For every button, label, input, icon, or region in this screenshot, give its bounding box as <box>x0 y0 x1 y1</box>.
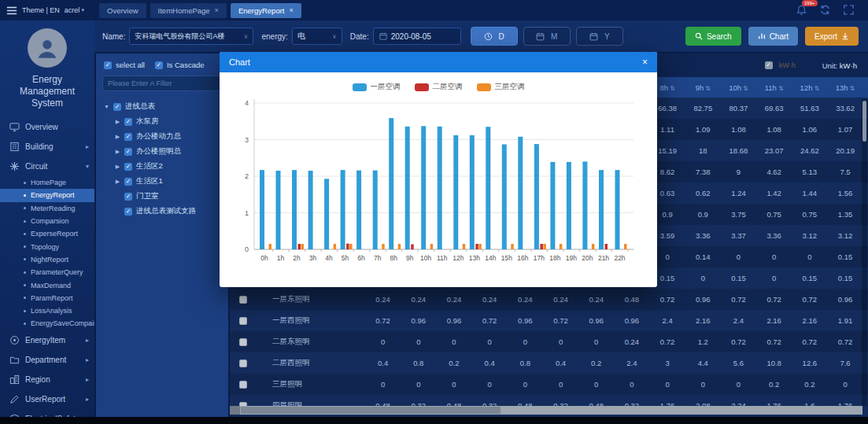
tab-close-icon[interactable]: × <box>215 6 219 14</box>
sidebar-item-building[interactable]: Building▸ <box>0 137 94 157</box>
sidebar-subitem-lossanalysis[interactable]: LossAnalysis <box>0 304 94 317</box>
period-button-m[interactable]: M <box>523 27 571 46</box>
sort-icon[interactable]: ⇅ <box>743 85 748 92</box>
sidebar-subitem-expersereport[interactable]: ExperseReport <box>0 227 94 240</box>
row-checkbox[interactable] <box>239 381 247 389</box>
tree-node-checkbox[interactable]: ✓ <box>124 133 132 141</box>
chevron-icon: ▸ <box>86 396 89 403</box>
select-all-checkbox[interactable]: ✓ <box>104 61 112 69</box>
horizontal-scrollbar[interactable] <box>230 406 862 415</box>
header-col-11h[interactable]: 11h⇅ <box>756 83 792 92</box>
tree-node-checkbox[interactable]: ✓ <box>124 163 132 171</box>
sort-icon[interactable]: ⇅ <box>670 85 675 92</box>
sidebar-item-energyitem[interactable]: EnergyItem▸ <box>0 330 94 350</box>
sidebar-subitem-maxdemand[interactable]: MaxDemand <box>0 278 94 291</box>
sort-icon[interactable]: ⇅ <box>814 85 819 92</box>
tab-energyreport[interactable]: EnergyReport× <box>231 3 301 18</box>
sidebar-subitem-energysavecompaire[interactable]: EnergySaveCompaire <box>0 317 94 330</box>
theme-language-toggle[interactable]: Theme | EN <box>22 6 60 14</box>
sidebar-item-overview[interactable]: Overview <box>0 117 94 137</box>
cell-11h: 0.72 <box>756 295 792 304</box>
row-checkbox[interactable] <box>239 317 247 325</box>
export-button[interactable]: Export <box>805 27 859 46</box>
tree-caret-icon[interactable]: ▶ <box>115 119 120 125</box>
tab-itemhomepage[interactable]: ItemHomePage× <box>150 3 227 18</box>
sidebar-subitem-parameterquery[interactable]: ParameterQuery <box>0 266 94 278</box>
tree-node-checkbox[interactable]: ✓ <box>124 178 132 186</box>
vertical-scrollbar-thumb[interactable] <box>862 101 866 142</box>
tree-node-child-0[interactable]: ▶✓水泵房 <box>96 114 228 129</box>
sort-icon[interactable]: ⇅ <box>850 85 855 92</box>
close-icon[interactable]: × <box>642 57 648 68</box>
tree-node-child-5[interactable]: ✓门卫室 <box>96 189 228 204</box>
tree-node-checkbox[interactable]: ✓ <box>124 208 132 216</box>
toolbar-checkbox[interactable]: ✓ <box>765 61 773 69</box>
tree-caret-icon[interactable]: ▶ <box>115 134 120 140</box>
tree-node-checkbox[interactable]: ✓ <box>113 103 121 111</box>
tree-node-child-2[interactable]: ▶✓办公楼照明总 <box>96 144 228 159</box>
tab-close-icon[interactable]: × <box>290 6 294 14</box>
sidebar-subitem-energyreport[interactable]: EnergyReport <box>0 189 94 201</box>
unit-indicator: Unit: kW·h <box>822 61 857 70</box>
hamburger-menu-icon[interactable] <box>6 6 17 15</box>
header-col-12h[interactable]: 12h⇅ <box>792 83 827 92</box>
header-col-13h[interactable]: 13h⇅ <box>827 83 862 92</box>
sidebar-item-circuit[interactable]: Circuit▾ <box>0 157 94 176</box>
notification-bell-icon[interactable]: 199+ <box>796 4 808 17</box>
chart-button[interactable]: Chart <box>748 27 798 46</box>
header-col-9h[interactable]: 9h⇅ <box>685 83 721 92</box>
date-picker[interactable]: 2020-08-05 <box>373 28 461 45</box>
sidebar-subitem-nightreport[interactable]: NightReport <box>0 253 94 266</box>
period-button-d[interactable]: D <box>471 27 518 46</box>
tree-node-child-1[interactable]: ▶✓办公楼动力总 <box>96 129 228 144</box>
tab-overview[interactable]: Overview <box>99 3 146 18</box>
header-col-10h[interactable]: 10h⇅ <box>721 83 756 92</box>
horizontal-scrollbar-thumb[interactable] <box>241 407 500 414</box>
energy-select[interactable]: 电 ∨ <box>292 28 342 45</box>
tree-node-child-3[interactable]: ▶✓生活区2 <box>96 159 228 174</box>
cell-13h: 0.96 <box>827 295 862 304</box>
sidebar-item-electricalsafety[interactable]: ElectricalSafety▸ <box>0 409 94 417</box>
cell-10h: 0.72 <box>721 337 756 346</box>
cell-13h: 1.35 <box>827 210 862 219</box>
is-cascade-checkbox[interactable]: ✓ <box>155 61 163 69</box>
sort-icon[interactable]: ⇅ <box>705 85 711 92</box>
legend-item[interactable]: 二层空调 <box>415 82 463 92</box>
tree-caret-icon[interactable]: ▼ <box>104 104 109 109</box>
sidebar-subitem-homepage[interactable]: HomePage <box>0 176 94 189</box>
sidebar-subitem-topology[interactable]: Topology <box>0 240 94 253</box>
sidebar-subitem-paramreport[interactable]: ParamReport <box>0 292 94 304</box>
tree-node-child-6[interactable]: ✓进线总表测试支路 <box>96 204 228 219</box>
search-button[interactable]: Search <box>685 27 741 46</box>
cell-9h: 2.16 <box>685 316 721 325</box>
refresh-icon[interactable] <box>819 4 832 17</box>
tree-node-child-4[interactable]: ▶✓生活区1 <box>96 174 228 189</box>
sidebar-subitem-meterreading[interactable]: MeterReading <box>0 202 94 215</box>
tree-caret-icon[interactable]: ▶ <box>115 179 120 185</box>
name-select[interactable]: 安科瑞电气股份有限公司A楼 ∨ <box>129 28 253 45</box>
row-checkbox[interactable] <box>239 359 247 367</box>
sidebar-item-department[interactable]: Department▸ <box>0 350 94 370</box>
tree-node-checkbox[interactable]: ✓ <box>124 193 132 201</box>
tree-node-root[interactable]: ▼✓进线总表 <box>96 99 228 114</box>
row-checkbox[interactable] <box>239 296 247 304</box>
tree-caret-icon[interactable]: ▶ <box>115 164 120 170</box>
tree-node-checkbox[interactable]: ✓ <box>124 148 132 156</box>
tree-caret-icon[interactable]: ▶ <box>115 149 120 155</box>
sidebar-item-userreport[interactable]: UserReport▸ <box>0 389 94 409</box>
tree-node-checkbox[interactable]: ✓ <box>124 118 132 126</box>
legend-item[interactable]: 一层空调 <box>353 82 401 92</box>
row-checkbox[interactable] <box>239 338 247 346</box>
sidebar-subitem-label: NightReport <box>31 256 68 264</box>
fullscreen-icon[interactable] <box>843 4 855 17</box>
legend-item[interactable]: 三层空调 <box>477 82 525 92</box>
cell-9h: 4.4 <box>685 359 721 367</box>
sidebar-item-region[interactable]: Region▸ <box>0 370 94 389</box>
vertical-scrollbar[interactable] <box>862 99 867 406</box>
legend-swatch <box>477 83 491 91</box>
sort-icon[interactable]: ⇅ <box>778 85 784 92</box>
period-button-y[interactable]: Y <box>576 27 623 46</box>
sidebar-subitem-comparsion[interactable]: Comparsion <box>0 215 94 227</box>
tree-filter-input[interactable]: Please Enter A Filter <box>102 76 222 91</box>
user-menu[interactable]: acrel ▾ <box>65 6 84 14</box>
